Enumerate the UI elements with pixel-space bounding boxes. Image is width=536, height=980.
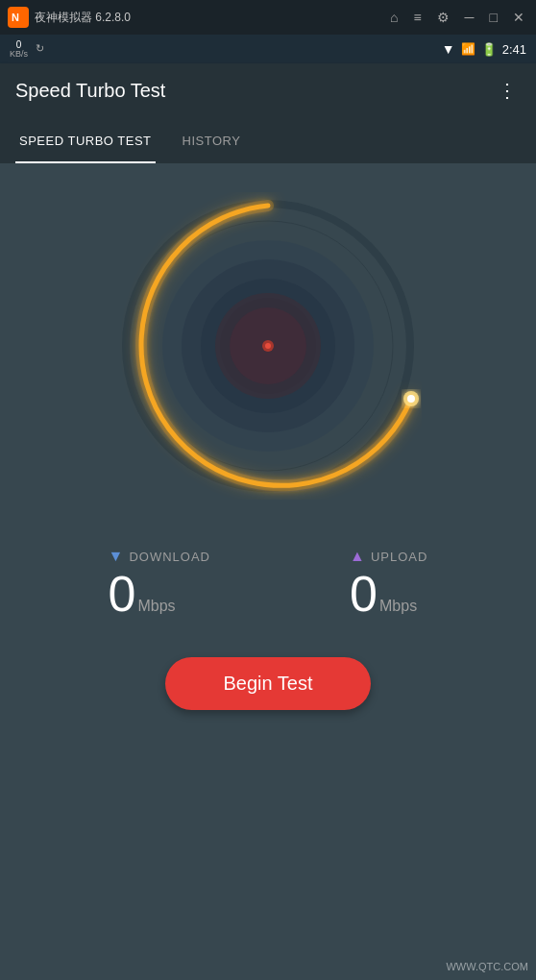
home-icon[interactable]: ⌂ — [386, 8, 402, 27]
begin-test-button[interactable]: Begin Test — [165, 657, 370, 710]
tab-history[interactable]: HISTORY — [179, 117, 245, 163]
tabs-bar: SPEED TURBO TEST HISTORY — [0, 117, 536, 163]
speedometer-svg — [114, 192, 422, 500]
kb-label: KB/s — [10, 50, 28, 60]
nox-logo-icon: N — [8, 7, 29, 28]
svg-text:N: N — [12, 12, 19, 23]
svg-point-12 — [265, 343, 271, 349]
kb-value: 0 — [16, 39, 22, 50]
status-right: ▼ 📶 🔋 2:41 — [442, 41, 526, 57]
tab-speed-turbo-test-label: SPEED TURBO TEST — [19, 134, 152, 148]
upload-label: UPLOAD — [371, 550, 427, 564]
upload-unit: Mbps — [379, 598, 417, 615]
svg-point-10 — [407, 395, 415, 403]
title-bar: N 夜神模拟器 6.2.8.0 ⌂ ≡ ⚙ ─ □ ✕ — [0, 0, 536, 35]
download-label-row: ▼ DOWNLOAD — [109, 548, 210, 565]
tab-history-label: HISTORY — [183, 134, 241, 148]
signal-icon: 📶 — [461, 42, 475, 56]
download-stat: ▼ DOWNLOAD 0 Mbps — [109, 548, 210, 619]
main-content: ▼ DOWNLOAD 0 Mbps ▲ UPLOAD 0 Mbps Begin … — [0, 163, 536, 980]
app-bar-title: Speed Turbo Test — [15, 80, 165, 102]
maximize-icon[interactable]: □ — [486, 8, 501, 27]
status-time: 2:41 — [502, 42, 526, 57]
watermark: WWW.QTC.COM — [446, 961, 528, 972]
minimize-icon[interactable]: ─ — [461, 8, 478, 27]
status-left: 0 KB/s ↻ — [10, 39, 44, 60]
title-bar-title: 夜神模拟器 6.2.8.0 — [35, 10, 131, 26]
rotate-icon: ↻ — [36, 42, 44, 55]
speedometer-container — [0, 163, 536, 519]
battery-icon: 🔋 — [481, 42, 497, 57]
stats-row: ▼ DOWNLOAD 0 Mbps ▲ UPLOAD 0 Mbps — [0, 528, 536, 638]
download-value: 0 — [109, 569, 136, 619]
download-label: DOWNLOAD — [129, 550, 210, 564]
download-unit: Mbps — [137, 598, 175, 615]
upload-arrow-icon: ▲ — [350, 548, 365, 565]
download-value-row: 0 Mbps — [109, 569, 176, 619]
close-icon[interactable]: ✕ — [509, 8, 528, 27]
more-options-icon[interactable]: ⋮ — [494, 75, 521, 106]
upload-label-row: ▲ UPLOAD — [350, 548, 427, 565]
status-bar: 0 KB/s ↻ ▼ 📶 🔋 2:41 — [0, 35, 536, 63]
upload-value: 0 — [350, 569, 378, 619]
app-bar: Speed Turbo Test ⋮ — [0, 63, 536, 117]
menu-icon[interactable]: ≡ — [409, 8, 425, 27]
upload-value-row: 0 Mbps — [350, 569, 417, 619]
title-bar-controls: ⌂ ≡ ⚙ ─ □ ✕ — [386, 8, 528, 27]
settings-icon[interactable]: ⚙ — [433, 8, 453, 27]
tab-speed-turbo-test[interactable]: SPEED TURBO TEST — [15, 117, 156, 163]
wifi-icon: ▼ — [442, 41, 455, 57]
upload-stat: ▲ UPLOAD 0 Mbps — [350, 548, 427, 619]
download-arrow-icon: ▼ — [109, 548, 124, 565]
title-bar-left: N 夜神模拟器 6.2.8.0 — [8, 7, 131, 28]
